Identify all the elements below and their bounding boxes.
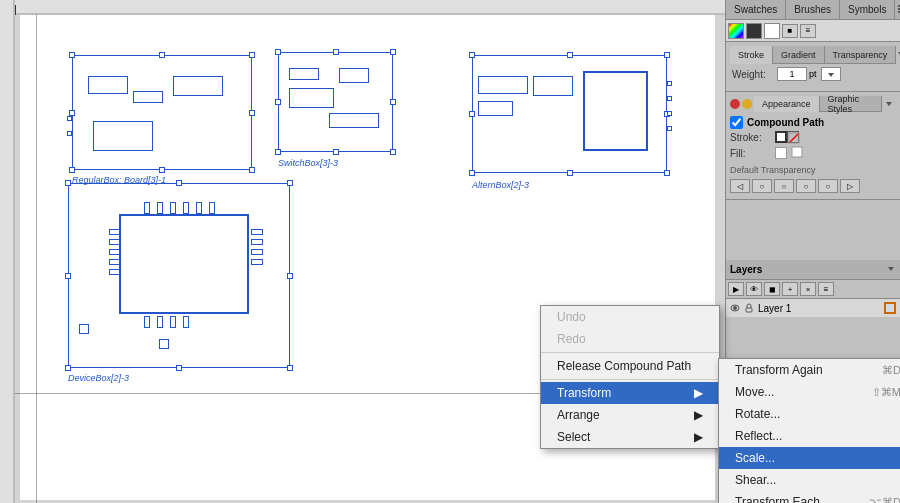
pin-group (209, 202, 215, 214)
appearance-tabs: Appearance Graphic Styles (754, 96, 882, 112)
tab-appearance[interactable]: Appearance (754, 96, 820, 112)
pin-group (251, 259, 263, 265)
pin-group (144, 316, 150, 328)
handle (469, 52, 475, 58)
sub-shear[interactable]: Shear... (719, 469, 900, 491)
chip-inner (289, 68, 319, 80)
chip-inner (478, 101, 513, 116)
weight-unit: pt (809, 69, 817, 79)
white-swatch[interactable] (764, 23, 780, 39)
layers-header: Layers (726, 260, 900, 280)
svg-rect-2 (0, 0, 15, 503)
tab-symbols[interactable]: Symbols (840, 0, 895, 19)
black-swatch[interactable] (746, 23, 762, 39)
pin (667, 111, 672, 116)
fill-color-swatch[interactable] (775, 147, 787, 159)
sub-item-shortcut: ⌥⌘D (869, 496, 900, 504)
tab-stroke[interactable]: Stroke (730, 46, 773, 64)
stroke-tabs: Stroke Gradient Transparency (730, 46, 896, 64)
tab-gradient[interactable]: Gradient (773, 46, 825, 64)
opacity-decrease[interactable]: ◁ (730, 179, 750, 193)
handle (65, 273, 71, 279)
pin-group (196, 202, 202, 214)
appearance-panel-menu[interactable] (882, 96, 896, 112)
layer-visibility[interactable]: 👁 (746, 282, 762, 296)
tab-swatches[interactable]: Swatches (726, 0, 786, 19)
opacity-increase[interactable]: ▷ (840, 179, 860, 193)
stroke-row: Stroke: (730, 131, 896, 143)
svg-rect-16 (746, 308, 752, 312)
handle (287, 273, 293, 279)
layer-lock[interactable]: ◼ (764, 282, 780, 296)
chip-inner (583, 71, 648, 151)
layers-menu-icon[interactable] (886, 264, 896, 275)
ctx-arrange[interactable]: Arrange ▶ (541, 404, 719, 426)
stroke-panel: Stroke Gradient Transparency Weight: 1 p… (726, 42, 900, 92)
new-layer-btn[interactable]: ▶ (728, 282, 744, 296)
chip-inner (133, 91, 163, 103)
handle (390, 149, 396, 155)
sub-item-shortcut: ⌘D (882, 364, 900, 377)
close-dot (730, 99, 740, 109)
handle (176, 180, 182, 186)
comp-label-3: AlternBox[2]-3 (472, 180, 529, 190)
minimize-dot (742, 99, 752, 109)
sub-transform-again[interactable]: Transform Again ⌘D (719, 359, 900, 381)
svg-marker-13 (888, 267, 894, 271)
layer-eye-icon[interactable] (730, 303, 740, 313)
layer-lock-icon[interactable] (744, 303, 754, 313)
layer-add[interactable]: + (782, 282, 798, 296)
sub-item-label: Transform Again (735, 363, 823, 377)
comp-group-4 (68, 183, 290, 368)
ctx-undo[interactable]: Undo (541, 306, 719, 328)
fill-row: Fill: (730, 146, 896, 160)
stroke-color-swatch[interactable] (775, 131, 787, 143)
opacity-btn5[interactable]: ○ (818, 179, 838, 193)
svg-point-15 (733, 306, 737, 310)
pin-group (157, 316, 163, 328)
sub-scale[interactable]: Scale... (719, 447, 900, 469)
sub-transform-each[interactable]: Transform Each... ⌥⌘D (719, 491, 900, 503)
swatch-options[interactable]: ≡ (800, 24, 816, 38)
svg-line-10 (789, 133, 799, 143)
fill-label: Fill: (730, 148, 775, 159)
stroke-weight-row: Weight: 1 pt (730, 64, 896, 84)
weight-dropdown[interactable] (821, 67, 841, 81)
pin-group (109, 239, 121, 245)
sub-move[interactable]: Move... ⇧⌘M (719, 381, 900, 403)
color-spectrum[interactable] (728, 23, 744, 39)
ctx-arrow-transform: ▶ (694, 386, 703, 400)
opacity-btn2[interactable]: ○ (752, 179, 772, 193)
opacity-btn4[interactable]: ○ (796, 179, 816, 193)
tab-transparency[interactable]: Transparency (825, 46, 897, 64)
tab-brushes[interactable]: Brushes (786, 0, 840, 19)
comp-group-2 (278, 52, 393, 152)
fill-options-icon[interactable] (791, 146, 803, 160)
chip-main (119, 214, 249, 314)
tab-graphic-styles[interactable]: Graphic Styles (820, 96, 882, 112)
sub-rotate[interactable]: Rotate... (719, 403, 900, 425)
panel-options-icon[interactable] (895, 2, 900, 18)
sub-item-label: Scale... (735, 451, 775, 465)
weight-input[interactable]: 1 (777, 67, 807, 81)
ctx-release-compound-path[interactable]: Release Compound Path (541, 355, 719, 377)
handle (469, 170, 475, 176)
layer-del[interactable]: × (800, 282, 816, 296)
ctx-transform[interactable]: Transform ▶ (541, 382, 719, 404)
ctx-redo[interactable]: Redo (541, 328, 719, 350)
sub-reflect[interactable]: Reflect... (719, 425, 900, 447)
sub-item-label: Transform Each... (735, 495, 830, 503)
ctx-select[interactable]: Select ▶ (541, 426, 719, 448)
compound-path-checkbox[interactable] (730, 116, 743, 129)
pin-group (170, 316, 176, 328)
ruler-horizontal: /* rendered via CSS */ (0, 0, 725, 15)
pin (667, 126, 672, 131)
pin-group (183, 202, 189, 214)
handle (159, 167, 165, 173)
panel-menu-icon[interactable] (896, 49, 900, 61)
stroke-none-icon (787, 131, 799, 143)
opacity-btn3[interactable]: ○ (774, 179, 794, 193)
pin-group (109, 249, 121, 255)
layer-menu[interactable]: ≡ (818, 282, 834, 296)
show-all-swatches[interactable]: ■ (782, 24, 798, 38)
